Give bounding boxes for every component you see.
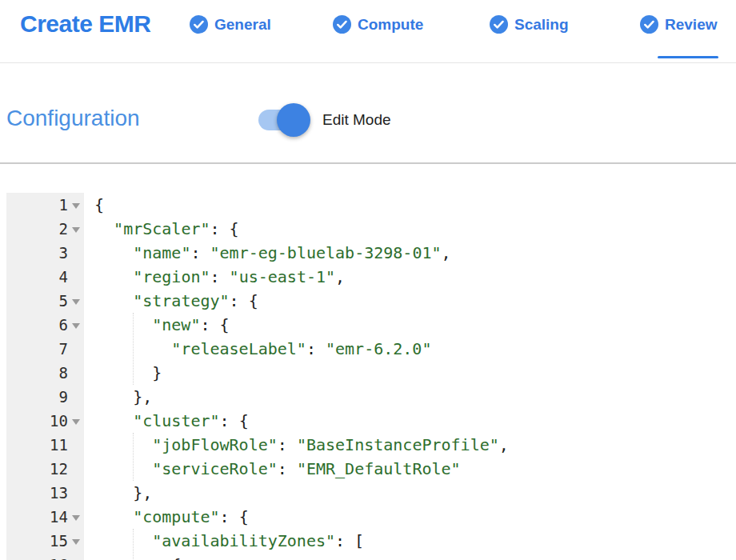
code-line-text: "serviceRole": "EMR_DefaultRole" [94,457,461,481]
code-line-text: }, [94,385,152,409]
line-number: 2 [6,217,68,241]
code-line: 6 "new": { [6,313,509,337]
line-number: 9 [6,385,68,409]
code-line-text: "compute": { [94,505,249,529]
code-line: 11 "jobFlowRole": "BaseInstanceProfile", [6,433,509,457]
fold-cell [68,217,94,241]
edit-mode-toggle[interactable] [258,103,314,137]
toggle-knob [277,103,310,137]
fold-cell [68,505,94,529]
code-line: 13 }, [6,481,509,505]
code-line-text: "availabilityZones": [ [94,529,364,553]
fold-cell [68,289,94,313]
fold-cell [68,337,94,361]
tab-review-label: Review [665,16,717,34]
code-line-text: "name": "emr-eg-bluelab-3298-01", [94,241,451,265]
line-number: 8 [6,361,68,385]
line-number: 11 [6,433,68,457]
line-number: 14 [6,505,68,529]
fold-cell [68,481,94,505]
tab-general-label: General [214,16,271,34]
fold-cell [68,409,94,433]
line-number: 3 [6,241,68,265]
fold-arrow-icon[interactable] [72,323,80,329]
fold-cell [68,457,94,481]
fold-arrow-icon[interactable] [72,227,80,233]
code-line: 12 "serviceRole": "EMR_DefaultRole" [6,457,509,481]
fold-cell [68,433,94,457]
code-line-text: "jobFlowRole": "BaseInstanceProfile", [94,433,509,457]
tab-scaling[interactable]: Scaling [490,15,569,34]
wizard-header: Create EMR General Compute Scaling [0,0,736,63]
check-circle-icon [190,15,208,34]
fold-cell [68,529,94,553]
fold-cell [68,361,94,385]
code-line-text: "new": { [94,313,230,337]
indent-guide [133,529,134,560]
create-emr-page: Create EMR General Compute Scaling [0,0,736,560]
code-line: 15 "availabilityZones": [ [6,529,509,553]
line-number: 15 [6,529,68,553]
code-line-text: "cluster": { [94,409,249,433]
code-line-text: "region": "us-east-1", [94,265,345,289]
tab-compute[interactable]: Compute [333,15,423,34]
code-line-text: "mrScaler": { [94,217,239,241]
check-circle-icon [640,15,658,34]
code-line: 14 "compute": { [6,505,509,529]
code-line: 1{ [6,193,509,217]
section-divider [0,162,736,164]
code-line-text: } [94,361,162,385]
code-line: 5 "strategy": { [6,289,509,313]
tab-scaling-label: Scaling [514,16,569,34]
code-line-text: { [94,193,104,217]
check-circle-icon [333,15,351,34]
tab-general[interactable]: General [190,15,271,34]
fold-cell [68,265,94,289]
line-number: 12 [6,457,68,481]
fold-cell [68,553,94,560]
code-editor[interactable]: 1{2 "mrScaler": {3 "name": "emr-eg-bluel… [0,193,736,560]
line-number: 1 [6,193,68,217]
code-line-text: { [94,553,181,560]
line-number: 16 [6,553,68,560]
line-number: 13 [6,481,68,505]
fold-cell [68,193,94,217]
code-line: 4 "region": "us-east-1", [6,265,509,289]
code-line-text: }, [94,481,152,505]
fold-arrow-icon[interactable] [72,299,80,305]
code-line-text: "strategy": { [94,289,258,313]
tab-compute-label: Compute [358,16,423,34]
configuration-section-title: Configuration [6,106,140,131]
line-number: 5 [6,289,68,313]
code-line: 7 "releaseLabel": "emr-6.2.0" [6,337,509,361]
code-line: 8 } [6,361,509,385]
indent-guide [133,433,134,481]
line-number: 4 [6,265,68,289]
fold-cell [68,241,94,265]
active-tab-indicator [658,56,718,58]
check-circle-icon [490,15,508,34]
line-number: 10 [6,409,68,433]
fold-arrow-icon[interactable] [72,203,80,209]
page-title: Create EMR [20,10,150,38]
line-number: 6 [6,313,68,337]
tab-review[interactable]: Review [640,15,717,34]
edit-mode-label: Edit Mode [322,111,391,129]
fold-cell [68,385,94,409]
fold-arrow-icon[interactable] [72,539,80,545]
line-number: 7 [6,337,68,361]
indent-guide [133,313,134,385]
fold-arrow-icon[interactable] [72,419,80,425]
code-line: 10 "cluster": { [6,409,509,433]
editor-lines: 1{2 "mrScaler": {3 "name": "emr-eg-bluel… [6,193,509,560]
code-line: 3 "name": "emr-eg-bluelab-3298-01", [6,241,509,265]
code-line-text: "releaseLabel": "emr-6.2.0" [94,337,431,361]
code-line: 2 "mrScaler": { [6,217,509,241]
code-line: 16 { [6,553,509,560]
fold-arrow-icon[interactable] [72,515,80,521]
fold-cell [68,313,94,337]
code-line: 9 }, [6,385,509,409]
